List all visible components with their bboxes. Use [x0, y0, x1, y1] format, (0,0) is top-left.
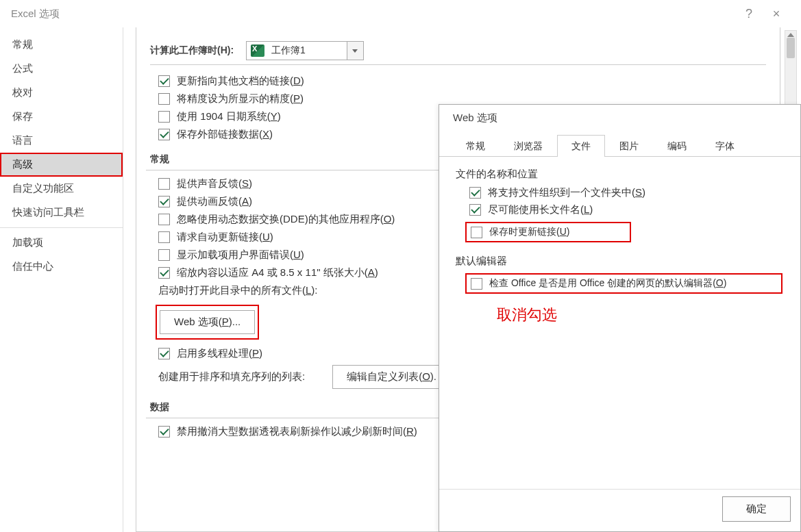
- checkbox[interactable]: [469, 204, 481, 216]
- checkbox-label: 提供动画反馈(A): [177, 195, 252, 208]
- sidebar-item-4[interactable]: 语言: [0, 129, 123, 153]
- web-options-highlight: Web 选项(P)...: [156, 305, 259, 340]
- checkbox[interactable]: [158, 75, 170, 87]
- sidebar-item-8[interactable]: 加载项: [0, 231, 123, 255]
- checkbox-label: 将精度设为所显示的精度(P): [177, 92, 304, 105]
- sidebar-item-9[interactable]: 信任中心: [0, 255, 123, 279]
- checkbox[interactable]: [158, 111, 170, 123]
- ok-button[interactable]: 确定: [722, 496, 791, 522]
- group-default-editor-title: 默认编辑器: [456, 255, 787, 268]
- sidebar-item-6[interactable]: 自定义功能区: [0, 177, 123, 201]
- dialog-tabs: 常规浏览器文件图片编码字体: [439, 134, 800, 157]
- checkbox-label: 提供声音反馈(S): [177, 177, 252, 190]
- checkbox-label: 显示加载项用户界面错误(U): [177, 249, 304, 262]
- checkbox[interactable]: [158, 249, 170, 261]
- edit-custom-list-button[interactable]: 编辑自定义列表(O).: [332, 365, 451, 389]
- checkbox-label: 使用 1904 日期系统(Y): [177, 110, 281, 123]
- update-links-checkbox[interactable]: [471, 227, 482, 238]
- dialog-tab-1[interactable]: 浏览器: [500, 135, 557, 157]
- checkbox[interactable]: [158, 214, 170, 225]
- web-options-dialog: Web 选项 常规浏览器文件图片编码字体 文件的名称和位置 将支持文件组织到一个…: [439, 104, 801, 532]
- checkbox-row: 更新指向其他文档的链接(D): [158, 75, 766, 88]
- default-editor-checkbox[interactable]: [471, 278, 482, 290]
- checkbox[interactable]: [158, 93, 170, 105]
- annotation-text: 取消勾选: [497, 305, 787, 325]
- group-files-title: 文件的名称和位置: [456, 168, 787, 181]
- dialog-tab-4[interactable]: 编码: [653, 135, 701, 157]
- help-icon[interactable]: ?: [735, 7, 763, 21]
- workbook-name: 工作簿1: [269, 45, 347, 57]
- dialog-tab-0[interactable]: 常规: [452, 135, 500, 157]
- checkbox[interactable]: [469, 187, 481, 199]
- checkbox-label: 将支持文件组织到一个文件夹中(S): [488, 186, 645, 199]
- titlebar: Excel 选项 ? ×: [0, 0, 801, 27]
- checkbox-label: 更新指向其他文档的链接(D): [177, 75, 304, 88]
- chevron-down-icon[interactable]: [347, 42, 363, 60]
- excel-file-icon: [249, 42, 266, 59]
- checkbox[interactable]: [158, 196, 170, 207]
- sidebar: 常规公式校对保存语言高级自定义功能区快速访问工具栏加载项信任中心: [0, 27, 123, 532]
- sidebar-item-2[interactable]: 校对: [0, 81, 123, 105]
- update-links-label: 保存时更新链接(U): [489, 226, 569, 238]
- checkbox-label: 忽略使用动态数据交换(DDE)的其他应用程序(O): [177, 213, 395, 226]
- web-options-button[interactable]: Web 选项(P)...: [160, 310, 255, 334]
- calc-section-label: 计算此工作簿时(H):: [150, 45, 234, 57]
- checkbox[interactable]: [158, 231, 170, 243]
- sidebar-divider: [0, 227, 123, 228]
- dialog-tab-2[interactable]: 文件: [557, 135, 605, 157]
- scrollbar-thumb[interactable]: [787, 38, 795, 58]
- sidebar-item-3[interactable]: 保存: [0, 105, 123, 129]
- checkbox[interactable]: [158, 267, 170, 279]
- default-editor-label: 检查 Office 是否是用 Office 创建的网页的默认编辑器(O): [489, 277, 726, 290]
- sidebar-item-1[interactable]: 公式: [0, 57, 123, 81]
- close-icon[interactable]: ×: [763, 7, 790, 21]
- sidebar-item-0[interactable]: 常规: [0, 33, 123, 57]
- dialog-tab-5[interactable]: 字体: [701, 135, 749, 157]
- sidebar-item-5[interactable]: 高级: [0, 153, 123, 177]
- checkbox[interactable]: [158, 178, 170, 190]
- checkbox-label: 请求自动更新链接(U): [177, 231, 273, 244]
- checkbox[interactable]: [158, 348, 170, 359]
- checkbox-label: 启用多线程处理(P): [177, 347, 262, 360]
- checkbox-row: 尽可能使用长文件名(L): [469, 203, 787, 216]
- workbook-dropdown[interactable]: 工作簿1: [246, 41, 364, 60]
- window-title: Excel 选项: [11, 8, 60, 21]
- checkbox-label: 禁用撤消大型数据透视表刷新操作以减少刷新时间(R): [177, 425, 417, 438]
- dialog-tab-3[interactable]: 图片: [605, 135, 653, 157]
- checkbox-label: 尽可能使用长文件名(L): [488, 203, 593, 216]
- checkbox-row: 将支持文件组织到一个文件夹中(S): [469, 186, 787, 199]
- checkbox-label: 保存外部链接数据(X): [177, 128, 273, 141]
- checkbox[interactable]: [158, 129, 170, 140]
- update-links-highlight: 保存时更新链接(U): [465, 222, 631, 242]
- default-editor-highlight: 检查 Office 是否是用 Office 创建的网页的默认编辑器(O): [465, 273, 782, 294]
- dialog-title: Web 选项: [439, 105, 800, 134]
- checkbox-label: 缩放内容以适应 A4 或 8.5 x 11" 纸张大小(A): [177, 266, 378, 279]
- sidebar-item-7[interactable]: 快速访问工具栏: [0, 201, 123, 225]
- checkbox[interactable]: [158, 426, 170, 438]
